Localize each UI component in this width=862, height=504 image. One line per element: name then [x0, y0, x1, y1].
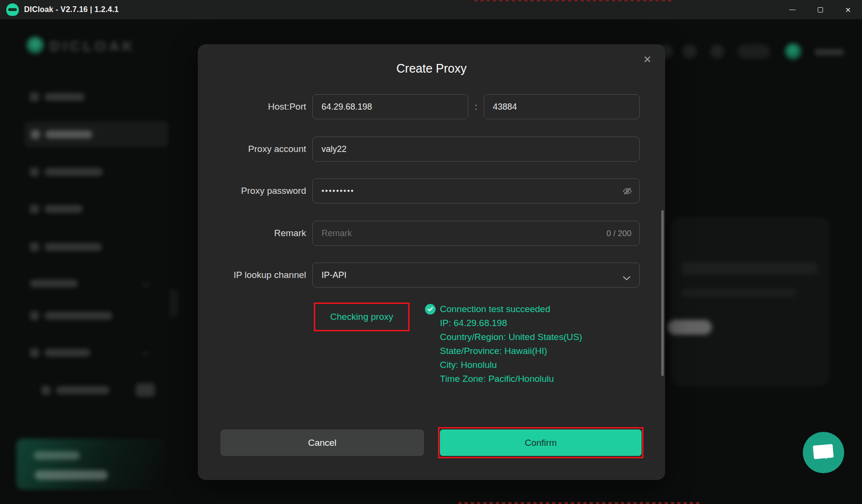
maximize-icon	[818, 7, 823, 13]
host-port-separator: :	[472, 94, 480, 119]
checking-proxy-annotation-box: Checking proxy	[314, 302, 410, 331]
sidebar-item-icon	[41, 386, 51, 395]
background-row	[682, 262, 817, 275]
success-check-icon	[425, 304, 436, 315]
result-line: Country/Region: United States(US)	[440, 330, 582, 344]
support-chat-button[interactable]	[803, 432, 844, 473]
sidebar-item[interactable]	[44, 243, 102, 251]
eye-off-icon	[622, 186, 632, 196]
proxy-password-row: Proxy password	[198, 178, 665, 203]
create-proxy-modal: Create Proxy ✕ Host:Port : Proxy account…	[198, 44, 665, 480]
result-line: Time Zone: Pacific/Honolulu	[440, 372, 582, 386]
connection-test-result: Connection test succeeded IP: 64.29.68.1…	[425, 302, 582, 386]
ip-channel-row: IP lookup channel IP-API	[198, 263, 665, 288]
clipped-annotation-bottom	[458, 502, 701, 504]
background-button	[668, 320, 712, 335]
result-line: State/Province: Hawaii(HI)	[440, 344, 582, 358]
host-port-row: Host:Port :	[198, 94, 665, 119]
window-title: DICloak - V2.7.16 | 1.2.4.1	[24, 5, 119, 14]
modal-title: Create Proxy	[198, 62, 665, 76]
sidebar-item[interactable]	[44, 349, 90, 357]
port-input[interactable]	[484, 95, 639, 119]
proxy-password-label: Proxy password	[198, 178, 306, 203]
proxy-password-field[interactable]	[312, 178, 640, 203]
chevron-icon	[142, 349, 149, 356]
sidebar-collapse-handle[interactable]	[169, 289, 178, 317]
result-line: IP: 64.29.68.198	[440, 316, 582, 330]
proxy-password-input[interactable]	[313, 179, 639, 203]
sidebar-item-icon	[30, 242, 39, 252]
new-badge	[136, 383, 155, 397]
close-window-button[interactable]: ✕	[834, 0, 862, 19]
account-name-blob	[814, 49, 844, 55]
background-row	[682, 289, 796, 296]
sidebar-brand: DICLOAK	[50, 38, 136, 54]
sidebar-item[interactable]	[44, 205, 83, 213]
remark-row: Remark 0 / 200	[198, 221, 665, 246]
chevron-down-icon	[623, 274, 630, 282]
chevron-icon	[142, 280, 149, 287]
maximize-button[interactable]	[806, 0, 834, 19]
host-port-label: Host:Port	[198, 94, 306, 119]
clipped-annotation-top	[474, 0, 674, 1]
remark-input[interactable]	[313, 221, 639, 245]
background-panel	[671, 217, 829, 386]
header-icon[interactable]	[710, 44, 724, 59]
app-window: DICloak - V2.7.16 | 1.2.4.1 ✕ DICLOAK	[0, 0, 862, 504]
password-visibility-toggle[interactable]	[622, 186, 632, 198]
sidebar-promo-card[interactable]	[16, 439, 166, 490]
chat-bubble-icon	[813, 444, 834, 459]
ip-channel-select[interactable]: IP-API	[312, 263, 640, 288]
window-titlebar: DICloak - V2.7.16 | 1.2.4.1 ✕	[0, 0, 862, 19]
sidebar-item[interactable]	[56, 386, 110, 394]
sidebar-logo-icon	[26, 37, 44, 54]
confirm-annotation-box	[438, 427, 643, 458]
remark-field[interactable]: 0 / 200	[312, 221, 640, 246]
window-controls: ✕	[778, 0, 862, 19]
promo-line	[35, 470, 108, 480]
proxy-account-field[interactable]	[312, 137, 640, 162]
sidebar-item-icon	[30, 311, 39, 320]
sidebar-item-icon	[30, 92, 39, 101]
result-line: Connection test succeeded	[440, 302, 550, 316]
sidebar-item[interactable]	[44, 312, 113, 320]
sidebar-item-icon	[31, 130, 40, 139]
result-line: City: Honolulu	[440, 358, 582, 372]
avatar[interactable]	[785, 43, 801, 60]
proxy-account-input[interactable]	[313, 137, 639, 161]
header-pill[interactable]	[737, 44, 770, 59]
sidebar-item-icon	[30, 167, 39, 176]
host-field[interactable]	[312, 94, 468, 119]
port-field[interactable]	[484, 94, 640, 119]
sidebar-item[interactable]	[44, 93, 85, 101]
header-icon[interactable]	[682, 44, 697, 59]
sidebar-item-label	[45, 130, 92, 139]
sidebar-section[interactable]	[30, 279, 78, 288]
minimize-button[interactable]	[778, 0, 806, 19]
checking-proxy-link[interactable]: Checking proxy	[330, 312, 393, 322]
ip-channel-label: IP lookup channel	[198, 263, 306, 288]
promo-line	[34, 451, 80, 460]
modal-scrollbar[interactable]	[661, 210, 664, 376]
minimize-icon	[789, 10, 796, 10]
sidebar-item-icon	[30, 204, 39, 214]
cancel-button[interactable]: Cancel	[220, 429, 424, 456]
ip-channel-value: IP-API	[313, 270, 347, 280]
remark-label: Remark	[198, 221, 306, 246]
proxy-account-row: Proxy account	[198, 137, 665, 162]
host-input[interactable]	[313, 95, 468, 119]
close-icon: ✕	[845, 6, 851, 13]
modal-close-button[interactable]: ✕	[640, 52, 655, 67]
proxy-account-label: Proxy account	[198, 137, 306, 162]
sidebar-item[interactable]	[44, 168, 103, 176]
sidebar-item-icon	[30, 348, 39, 357]
app-logo-icon	[6, 3, 19, 16]
